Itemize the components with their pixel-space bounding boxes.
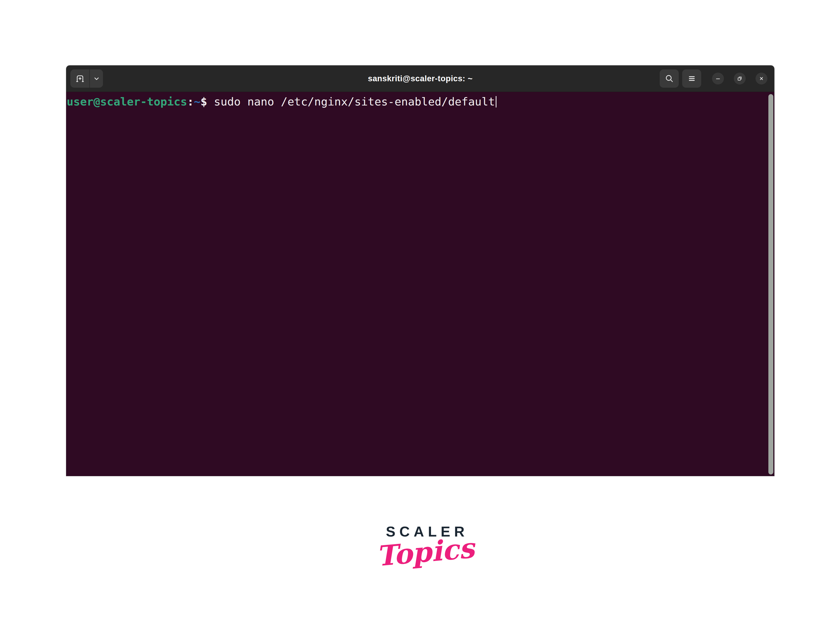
window-title: sanskriti@scaler-topics: ~ [368, 74, 473, 83]
tab-dropdown-button[interactable] [89, 70, 103, 88]
menu-icon [687, 74, 697, 83]
new-tab-button[interactable] [70, 70, 89, 88]
titlebar: sanskriti@scaler-topics: ~ [66, 65, 774, 92]
menu-button[interactable] [682, 70, 701, 88]
scaler-topics-logo: SCALER Topics [376, 523, 474, 566]
command-text: sudo nano /etc/nginx/sites-enabled/defau… [214, 95, 495, 108]
terminal-window: sanskriti@scaler-topics: ~ [66, 65, 774, 476]
terminal-scrollbar[interactable] [768, 94, 773, 474]
prompt-path: ~ [194, 95, 201, 108]
restore-button[interactable] [734, 73, 746, 85]
prompt-dollar: $ [201, 95, 207, 108]
restore-icon [736, 75, 743, 82]
close-button[interactable] [755, 73, 767, 85]
prompt-user-host: user@scaler-topics [67, 95, 187, 108]
new-tab-icon [75, 73, 85, 84]
search-icon [664, 74, 674, 83]
terminal-body[interactable]: user@scaler-topics:~$sudo nano /etc/ngin… [66, 92, 774, 476]
prompt-colon: : [187, 95, 194, 108]
minimize-icon [714, 75, 722, 82]
logo-topics-text: Topics [375, 534, 475, 570]
minimize-button[interactable] [712, 73, 724, 85]
tab-controls [70, 70, 103, 88]
close-icon [758, 75, 765, 82]
text-cursor [496, 96, 496, 108]
search-button[interactable] [660, 70, 679, 88]
window-controls [660, 70, 767, 88]
chevron-down-icon [92, 74, 101, 83]
prompt-line: user@scaler-topics:~$sudo nano /etc/ngin… [67, 95, 767, 109]
